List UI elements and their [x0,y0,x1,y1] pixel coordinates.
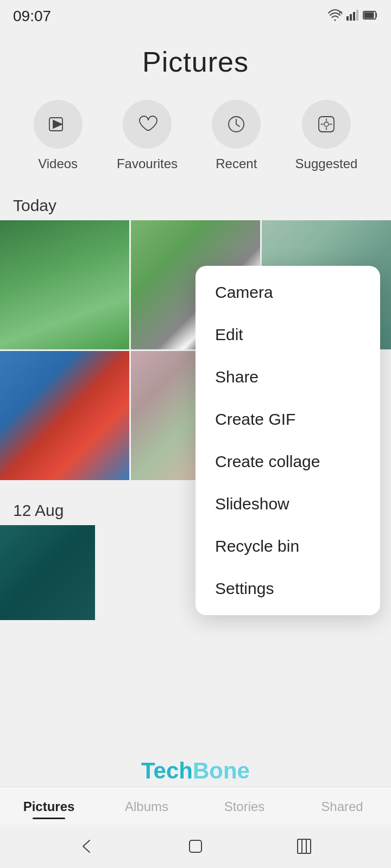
quick-item-recent[interactable]: Recent [212,100,261,171]
menu-item-edit[interactable]: Edit [195,314,380,356]
videos-icon-circle [34,100,83,149]
recents-icon [295,837,313,856]
svg-point-0 [335,19,336,21]
nav-item-albums[interactable]: Albums [98,797,195,819]
menu-item-settings[interactable]: Settings [195,567,380,610]
nav-underline-albums [130,818,163,819]
svg-marker-9 [53,120,62,128]
nav-label-albums: Albums [125,799,168,814]
svg-rect-13 [190,840,201,852]
nav-item-shared[interactable]: Shared [293,797,391,819]
back-icon [78,837,96,856]
videos-label: Videos [38,156,78,171]
status-icons: R [328,9,378,24]
photo-forest[interactable] [0,220,129,349]
menu-item-create-gif[interactable]: Create GIF [195,398,380,441]
menu-item-recycle-bin[interactable]: Recycle bin [195,525,380,567]
suggested-icon-circle [302,100,351,149]
suggested-label: Suggested [295,156,358,171]
menu-item-camera[interactable]: Camera [195,271,380,314]
nav-item-stories[interactable]: Stories [195,797,293,819]
watermark: TechBone [141,758,250,784]
section-date-today: Today [0,188,391,220]
home-button[interactable] [186,837,205,856]
nav-label-stories: Stories [224,799,265,814]
bottom-nav: Pictures Albums Stories Shared [0,787,391,825]
svg-rect-15 [302,839,306,853]
menu-item-slideshow[interactable]: Slideshow [195,483,380,525]
quick-item-suggested[interactable]: Suggested [295,100,358,171]
back-button[interactable] [78,837,96,856]
video-icon [48,114,68,135]
watermark-tech: Tech [141,758,193,783]
photo-car[interactable] [0,351,129,480]
favourites-icon-circle [123,100,172,149]
svg-point-12 [324,122,329,126]
menu-item-create-collage[interactable]: Create collage [195,441,380,483]
photo-teal[interactable] [0,525,95,620]
home-indicator-bar [0,825,391,868]
nav-label-pictures: Pictures [23,799,75,814]
quick-item-favourites[interactable]: Favourites [117,100,178,171]
nav-label-shared: Shared [321,799,363,814]
nav-underline-pictures [33,818,65,819]
menu-item-share[interactable]: Share [195,356,380,398]
svg-rect-5 [356,10,358,21]
recents-button[interactable] [295,837,313,856]
nav-underline-stories [228,818,261,819]
header: Pictures [0,29,391,89]
svg-text:R: R [339,10,342,16]
svg-rect-14 [298,839,302,853]
home-icon [186,837,205,856]
clock-icon [226,114,247,135]
svg-rect-7 [364,12,374,18]
quick-item-videos[interactable]: Videos [34,100,83,171]
page-title: Pictures [0,46,391,78]
svg-rect-16 [306,839,311,853]
nav-item-pictures[interactable]: Pictures [0,797,98,819]
nav-underline-shared [326,818,358,819]
signal-icon [346,10,358,23]
sparkle-icon [316,114,337,135]
battery-icon [363,10,378,23]
svg-rect-4 [353,12,355,21]
recent-label: Recent [216,156,257,171]
context-menu: Camera Edit Share Create GIF Create coll… [195,266,380,615]
svg-rect-3 [350,14,352,21]
quick-access-row: Videos Favourites Recent Suggested [0,89,391,188]
watermark-bone: Bone [193,758,250,783]
svg-rect-2 [346,16,349,21]
recent-icon-circle [212,100,261,149]
heart-icon [137,114,157,135]
status-time: 09:07 [13,8,51,25]
status-bar: 09:07 R [0,0,391,29]
favourites-label: Favourites [117,156,178,171]
wifi-icon: R [328,9,342,24]
